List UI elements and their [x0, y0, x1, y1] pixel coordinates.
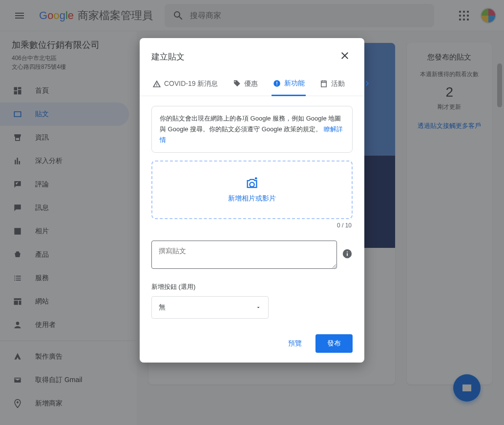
select-value: 無 — [159, 303, 166, 312]
info-icon — [342, 248, 353, 259]
tab-offer[interactable]: 優惠 — [231, 74, 259, 95]
close-button[interactable] — [337, 48, 353, 65]
warning-icon — [152, 80, 161, 88]
chevron-right-icon — [362, 79, 372, 88]
tag-icon — [232, 80, 241, 88]
upload-label: 新增相片或影片 — [228, 194, 276, 203]
post-content-input[interactable] — [151, 241, 337, 269]
camera-add-icon — [245, 177, 259, 190]
publish-button[interactable]: 發布 — [315, 334, 353, 353]
dropdown-icon — [255, 304, 261, 310]
new-icon — [273, 79, 281, 88]
tab-whatsnew[interactable]: 新功能 — [272, 73, 306, 96]
button-section-label: 新增按鈕 (選用) — [151, 283, 353, 291]
modal-title: 建立貼文 — [151, 51, 185, 62]
policy-info-box: 你的貼文會出現在網路上的各項 Google 服務，例如 Google 地圖與 G… — [151, 106, 353, 153]
media-upload-zone[interactable]: 新增相片或影片 — [151, 161, 353, 219]
create-post-modal: 建立貼文 COVID-19 新消息 優惠 新功能 活動 — [140, 38, 364, 363]
calendar-icon — [319, 80, 328, 88]
post-type-tabs: COVID-19 新消息 優惠 新功能 活動 — [140, 73, 364, 96]
cta-button-select[interactable]: 無 — [151, 296, 269, 319]
policy-text: 你的貼文會出現在網路上的各項 Google 服務，例如 Google 地圖與 G… — [160, 115, 341, 133]
preview-button[interactable]: 預覽 — [280, 334, 310, 353]
tab-covid[interactable]: COVID-19 新消息 — [151, 74, 219, 95]
modal-overlay[interactable]: 建立貼文 COVID-19 新消息 優惠 新功能 活動 — [0, 0, 504, 425]
tab-event[interactable]: 活動 — [318, 74, 346, 95]
tabs-next-button[interactable] — [358, 75, 376, 94]
close-icon — [339, 50, 351, 61]
info-button[interactable] — [342, 248, 353, 261]
media-counter: 0 / 10 — [152, 222, 352, 229]
